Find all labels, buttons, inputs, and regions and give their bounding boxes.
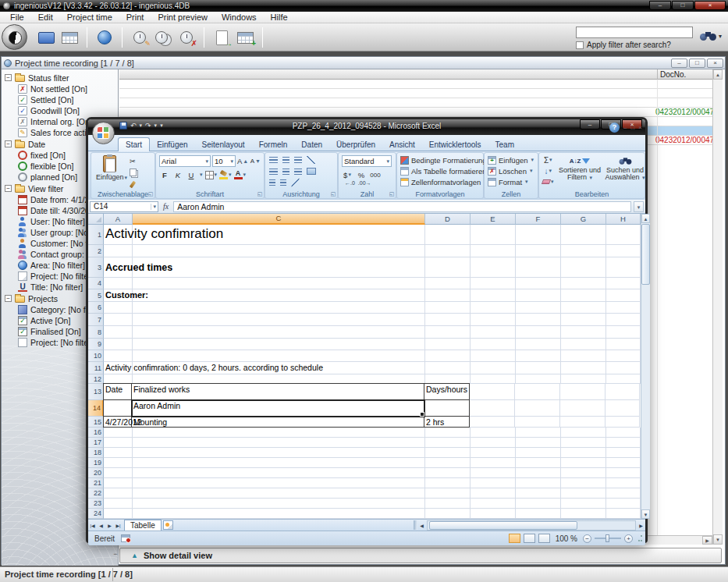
cell-a2[interactable] — [104, 245, 133, 257]
cell-e8[interactable] — [471, 326, 516, 339]
cell-h7[interactable] — [606, 314, 641, 326]
row-header-6[interactable]: 6 — [88, 302, 104, 314]
cell-d23[interactable] — [425, 499, 471, 509]
cell-e17[interactable] — [471, 438, 516, 448]
cell-e5[interactable] — [471, 289, 516, 302]
bold-button[interactable]: F — [159, 169, 170, 180]
cell-a3[interactable]: Accrued times — [104, 257, 133, 278]
row-header-1[interactable]: 1 — [88, 225, 104, 245]
menu-windows[interactable]: Windows — [215, 12, 264, 22]
excel-min-glyph[interactable]: – — [623, 124, 627, 131]
format-cells-button[interactable]: Format ▾ — [485, 176, 538, 187]
cell-d10[interactable] — [425, 350, 471, 362]
sheet-hscroll-thumb[interactable] — [429, 521, 577, 530]
cell-c17[interactable] — [133, 438, 425, 448]
column-header-f[interactable]: F — [516, 214, 561, 225]
ribbon-tab-start[interactable]: Start — [118, 137, 150, 151]
shrink-font-button[interactable]: A▼ — [250, 156, 261, 167]
cell-a15[interactable]: 4/27/2012 — [103, 417, 132, 428]
cell-a20[interactable] — [104, 468, 133, 478]
cell-e3[interactable] — [471, 257, 516, 278]
cell-d7[interactable] — [425, 314, 471, 326]
row-header-23[interactable]: 23 — [88, 499, 104, 509]
sheet-grid[interactable]: ACDEFGH1Activity confimration23Accrued t… — [88, 214, 641, 519]
formula-input[interactable]: Aaron Admin — [173, 201, 631, 212]
format-painter-button[interactable] — [127, 179, 138, 190]
expand-icon[interactable]: − — [5, 185, 12, 192]
cell-d8[interactable] — [425, 326, 471, 339]
mdi-minimize-button[interactable]: – — [671, 59, 687, 68]
cell-e1[interactable] — [471, 225, 516, 245]
cell-e19[interactable] — [471, 458, 516, 468]
cell-e2[interactable] — [471, 245, 516, 257]
number-dialog-launcher[interactable]: ◱ — [389, 191, 395, 197]
find-select-button[interactable]: Suchen und Auswählen ▾ — [603, 154, 647, 181]
macro-record-icon[interactable] — [121, 534, 130, 542]
cell-f19[interactable] — [516, 458, 561, 468]
underline-dropdown-icon[interactable]: ▾ — [200, 172, 203, 178]
percent-button[interactable]: % — [356, 169, 367, 180]
projects-grid-button[interactable] — [34, 27, 58, 48]
row-header-21[interactable]: 21 — [88, 478, 104, 488]
underline-button[interactable]: U — [186, 169, 197, 180]
cell-d19[interactable] — [425, 458, 471, 468]
last-sheet-button[interactable]: ▶| — [114, 523, 123, 528]
cell-c2[interactable] — [133, 245, 425, 257]
cell-d21[interactable] — [425, 478, 471, 488]
cell-f2[interactable] — [516, 245, 561, 257]
cell-g1[interactable] — [561, 225, 606, 245]
cell-d13[interactable]: Days/hours — [424, 383, 470, 400]
cell-f9[interactable] — [516, 339, 561, 350]
cell-d6[interactable] — [425, 302, 471, 314]
cell-e6[interactable] — [471, 302, 516, 314]
cell-g17[interactable] — [561, 438, 606, 448]
cell-g2[interactable] — [561, 245, 606, 257]
align-left-icon[interactable] — [269, 169, 278, 175]
increase-decimal-button[interactable]: ←.0 — [345, 180, 355, 186]
autosum-button[interactable]: Σ▾ — [542, 155, 554, 165]
column-header-a[interactable]: A — [104, 214, 133, 225]
row-header-15[interactable]: 15 — [88, 417, 104, 428]
zoom-slider[interactable] — [595, 538, 621, 539]
sheet-scroll-up-icon[interactable]: ▲ — [641, 214, 650, 223]
cell-a21[interactable] — [104, 478, 133, 488]
menu-print-preview[interactable]: Print preview — [151, 12, 215, 22]
cell-a11[interactable]: Activity confimration: 0 days, 2 hours. … — [104, 362, 133, 374]
cell-a22[interactable] — [104, 488, 133, 499]
list-header[interactable]: DocNo. — [119, 69, 712, 80]
select-all-corner[interactable] — [88, 214, 104, 225]
cell-e14[interactable] — [470, 400, 515, 417]
cell-c14[interactable]: Aaron Admin — [132, 400, 424, 417]
cell-e18[interactable] — [471, 448, 516, 458]
expand-icon[interactable]: − — [5, 295, 12, 302]
help-icon[interactable]: ? — [609, 122, 620, 133]
sheet-vscroll-thumb[interactable] — [641, 224, 650, 285]
excel-close-glyph[interactable]: × — [638, 124, 642, 131]
excel-titlebar[interactable]: ↶▾ ↷▾ ▾ PZP_26_4_2012_094528 - Microsoft… — [88, 119, 645, 135]
cell-e24[interactable] — [471, 509, 516, 519]
cell-d16[interactable] — [425, 428, 471, 438]
font-dialog-launcher[interactable]: ◱ — [257, 191, 263, 197]
column-header-g[interactable]: G — [561, 214, 606, 225]
cell-a7[interactable] — [104, 314, 133, 326]
align-middle-icon[interactable] — [282, 157, 289, 163]
merge-center-icon[interactable] — [307, 168, 316, 175]
times-list-button[interactable] — [151, 27, 175, 48]
cell-g3[interactable] — [561, 257, 606, 278]
number-format-select[interactable]: Standard▾ — [342, 155, 392, 167]
cell-f3[interactable] — [516, 257, 561, 278]
cell-g19[interactable] — [561, 458, 606, 468]
align-bottom-icon[interactable] — [294, 157, 302, 163]
row-header-7[interactable]: 7 — [88, 314, 104, 326]
cell-styles-button[interactable]: Zellenformatvorlagen ▾ — [397, 176, 483, 187]
cell-g4[interactable] — [561, 278, 606, 289]
thousands-button[interactable]: 000 — [370, 169, 381, 180]
cell-a9[interactable] — [104, 339, 133, 350]
cell-d4[interactable] — [425, 278, 471, 289]
cell-g7[interactable] — [561, 314, 606, 326]
alignment-dialog-launcher[interactable]: ◱ — [330, 191, 336, 197]
cell-f24[interactable] — [516, 509, 561, 519]
cell-h9[interactable] — [606, 339, 641, 350]
cell-g11[interactable] — [561, 362, 606, 374]
grow-font-button[interactable]: A▲ — [237, 156, 248, 167]
